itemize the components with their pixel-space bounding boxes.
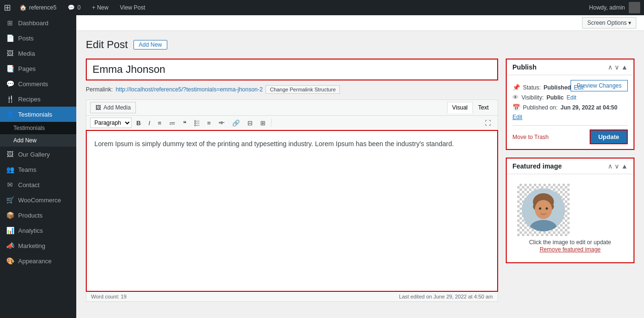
sidebar-item-our-gallery[interactable]: 🖼 Our Gallery [0, 147, 76, 162]
sidebar-sub-add-new[interactable]: Add New [0, 134, 76, 147]
new-button[interactable]: + New [89, 4, 111, 11]
table-button[interactable]: ⊞ [257, 118, 268, 128]
ordered-list-button[interactable]: ≔ [166, 118, 178, 128]
post-title-input[interactable] [86, 59, 498, 80]
align-right-button[interactable]: ⬲ [215, 118, 227, 128]
sidebar-item-dashboard[interactable]: ⊞ Dashboard [0, 15, 76, 30]
home-icon: 🏠 [20, 4, 27, 11]
sidebar-sub-testimonials[interactable]: Testimonials [0, 122, 76, 134]
paragraph-select[interactable]: Paragraph [90, 118, 132, 128]
publish-date-row: 📅 Published on: Jun 29, 2022 at 04:50 [512, 104, 628, 111]
sidebar-item-analytics[interactable]: 📊 Analytics [0, 223, 76, 238]
visibility-row: 👁 Visibility: Public Edit [512, 94, 628, 101]
sidebar-item-posts[interactable]: 📄 Posts [0, 30, 76, 46]
publish-collapse-down-button[interactable]: ∨ [614, 63, 619, 71]
featured-image-close[interactable]: ▲ [621, 162, 628, 170]
featured-image-title: Featured image [512, 162, 562, 170]
add-new-button[interactable]: Add New [133, 40, 167, 50]
align-center-button[interactable]: ≡ [204, 118, 214, 128]
featured-image-body: Click the image to edit or update Remove… [507, 174, 634, 262]
editor-body[interactable]: Lorem Ipsum is simply dummy text of the … [86, 130, 498, 292]
media-upload-icon: 🖼 [95, 104, 101, 111]
featured-image-collapse-down[interactable]: ∨ [614, 162, 619, 170]
checkerboard-bg [517, 184, 570, 236]
unordered-list-button[interactable]: ≡ [155, 118, 164, 128]
pages-icon: 📑 [6, 65, 14, 72]
editor-footer: Word count: 19 Last edited on June 29, 2… [86, 292, 498, 302]
featured-image-controls: ∧ ∨ ▲ [608, 162, 628, 170]
screen-options-button[interactable]: Screen Options ▾ [582, 17, 636, 29]
bold-button[interactable]: B [133, 118, 143, 128]
published-date-edit-link[interactable]: Edit [512, 114, 522, 120]
appearance-icon: 🎨 [6, 257, 14, 265]
media-icon: 🖼 [6, 50, 14, 57]
visibility-edit-link[interactable]: Edit [566, 94, 576, 101]
publish-box: Publish ∧ ∨ ▲ Preview Changes [506, 59, 634, 150]
editor-main: Permalink: http://localhost/reference5/?… [86, 59, 498, 302]
comments-icon-topbar[interactable]: 💬 0 [65, 4, 83, 11]
remove-featured-image-link[interactable]: Remove featured image [540, 246, 601, 253]
toolbar-divider [271, 119, 272, 127]
move-to-trash-link[interactable]: Move to Trash [512, 134, 549, 140]
sidebar-item-label: Our Gallery [18, 151, 50, 158]
featured-image-preview[interactable] [522, 189, 565, 231]
link-button[interactable]: 🔗 [229, 118, 243, 128]
publish-box-body: Preview Changes 📌 Status: Published Edit… [507, 75, 634, 149]
blockquote-button[interactable]: ❝ [180, 118, 189, 128]
sidebar-item-appearance[interactable]: 🎨 Appearance [0, 253, 76, 268]
publish-collapse-up-button[interactable]: ∧ [608, 63, 613, 71]
svg-point-3 [535, 200, 552, 219]
sidebar-item-label: Teams [18, 166, 36, 173]
italic-button[interactable]: I [145, 118, 153, 128]
screen-options-bar: Screen Options ▾ [76, 15, 644, 31]
sidebar-item-marketing[interactable]: 📣 Marketing [0, 238, 76, 253]
sidebar-item-label: Analytics [18, 227, 43, 234]
sidebar-item-label: WooCommerce [18, 197, 61, 204]
sidebar-item-recipes[interactable]: 🍴 Recipes [0, 91, 76, 107]
permalink-link[interactable]: http://localhost/reference5/?testimonial… [116, 86, 263, 93]
sidebar-item-products[interactable]: 📦 Products [0, 208, 76, 223]
posts-icon: 📄 [6, 34, 14, 42]
sidebar-item-pages[interactable]: 📑 Pages [0, 61, 76, 76]
featured-image-box: Featured image ∧ ∨ ▲ [506, 158, 634, 263]
featured-img-container[interactable]: Click the image to edit or update Remove… [512, 179, 628, 258]
status-row: 📌 Status: Published Edit [512, 84, 571, 91]
dashboard-icon: ⊞ [6, 19, 14, 27]
teams-icon: 👥 [6, 166, 14, 173]
person-svg [522, 189, 565, 231]
sidebar-item-testimonials[interactable]: 👤 Testimonials [0, 107, 76, 122]
sidebar-item-media[interactable]: 🖼 Media [0, 46, 76, 61]
site-name[interactable]: 🏠 reference5 [17, 4, 59, 11]
sidebar-item-comments[interactable]: 💬 Comments [0, 76, 76, 91]
add-media-button[interactable]: 🖼 Add Media [90, 102, 136, 113]
text-tab[interactable]: Text [473, 102, 494, 113]
visual-tab[interactable]: Visual [447, 102, 473, 113]
sidebar-item-teams[interactable]: 👥 Teams [0, 162, 76, 177]
sidebar-item-label: Appearance [18, 258, 51, 265]
last-edited: Last edited on June 29, 2022 at 4:50 am [399, 294, 493, 299]
more-button[interactable]: ⊟ [245, 118, 256, 128]
publish-box-controls: ∧ ∨ ▲ [608, 63, 628, 71]
wp-logo-icon[interactable]: ⊞ [4, 2, 11, 13]
sidebar-item-woocommerce[interactable]: 🛒 WooCommerce [0, 192, 76, 208]
visual-text-tabs: Visual Text [447, 102, 494, 113]
contact-icon: ✉ [6, 181, 14, 189]
topbar-right: Howdy, admin [589, 2, 640, 13]
permalink-row: Permalink: http://localhost/reference5/?… [86, 85, 498, 94]
sidebar-item-contact[interactable]: ✉ Contact [0, 177, 76, 192]
sidebar-item-label: Contact [18, 181, 40, 189]
align-left-button[interactable]: ⬱ [191, 118, 203, 128]
update-button[interactable]: Update [590, 129, 628, 144]
marketing-icon: 📣 [6, 242, 14, 249]
sidebar: ⊞ Dashboard 📄 Posts 🖼 Media 📑 Pages 💬 Co… [0, 15, 76, 318]
fullscreen-button[interactable]: ⛶ [482, 118, 494, 128]
featured-image-collapse-up[interactable]: ∧ [608, 162, 613, 170]
change-permalink-button[interactable]: Change Permalink Structure [266, 85, 340, 94]
testimonials-icon: 👤 [6, 110, 14, 118]
avatar[interactable] [629, 2, 640, 13]
comments-icon: 💬 [6, 80, 14, 88]
view-post-link[interactable]: View Post [117, 4, 148, 11]
status-edit-link[interactable]: Edit [574, 84, 584, 91]
publish-close-button[interactable]: ▲ [621, 63, 628, 71]
format-toolbar: Paragraph B I ≡ ≔ ❝ ⬱ ≡ ⬲ 🔗 ⊟ ⊞ [86, 115, 498, 130]
